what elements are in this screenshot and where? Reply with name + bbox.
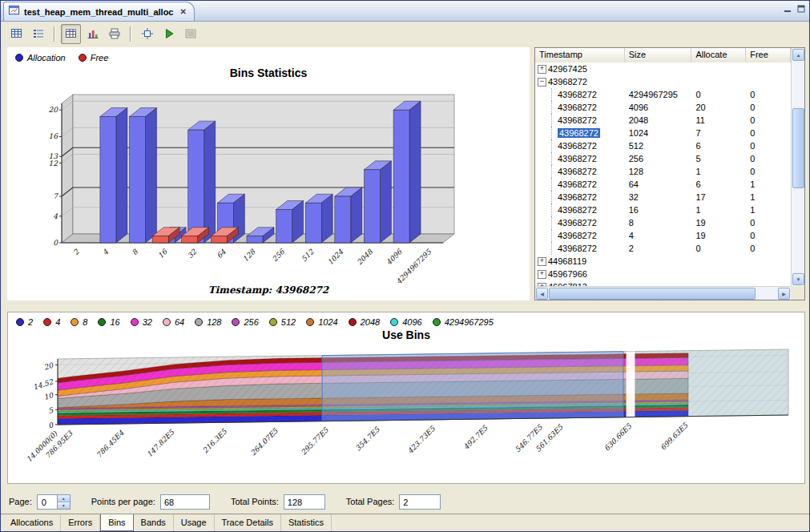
table-row[interactable]: 439682722048110 [535, 114, 791, 127]
column-header-timestamp[interactable]: Timestamp [535, 48, 625, 62]
timestamp-cell: +45967966 [535, 268, 625, 280]
snapshot-icon[interactable] [180, 24, 200, 44]
svg-text:1024: 1024 [326, 248, 345, 266]
tab-errors[interactable]: Errors [61, 514, 100, 531]
free-cell [746, 62, 791, 75]
expand-toggle-icon[interactable]: + [538, 270, 546, 279]
grid-view-icon[interactable] [6, 24, 26, 44]
bottom-tab-strip: AllocationsErrorsBinsBandsUsageTrace Det… [1, 514, 809, 531]
table-view-icon[interactable] [61, 24, 81, 44]
table-row[interactable]: 439682724190 [535, 229, 791, 242]
legend-label: Free [91, 53, 109, 62]
timestamp-value: 43968272 [548, 77, 587, 87]
tab-allocations[interactable]: Allocations [3, 514, 61, 531]
legend-item: 512 [269, 317, 296, 327]
column-header-free[interactable]: Free [746, 48, 791, 62]
vertical-scroll-thumb[interactable] [792, 108, 804, 188]
legend-color-dot [163, 318, 171, 326]
legend-color-dot [16, 318, 24, 326]
table-row[interactable]: 4396827225650 [535, 152, 791, 165]
allocate-cell: 19 [691, 216, 746, 229]
tab-trace-details[interactable]: Trace Details [215, 514, 281, 531]
editor-tab[interactable]: test_heap_mem_thread_multi_alloc ✕ [3, 2, 195, 21]
legend-color-dot [349, 318, 357, 326]
table-row[interactable]: 439682728190 [535, 216, 791, 229]
table-row[interactable]: 439682726461 [535, 178, 791, 191]
table-row[interactable]: 439682724096200 [535, 101, 791, 114]
use-bins-chart[interactable]: 051014.522014.0000(0)786.95E3786.45E4147… [8, 345, 806, 482]
svg-text:699.63E5: 699.63E5 [659, 421, 690, 452]
fit-window-icon[interactable] [137, 24, 157, 44]
timestamp-cell: 43968272 [535, 178, 625, 191]
vertical-scrollbar[interactable]: ▲ ▼ [791, 48, 804, 286]
table-row[interactable]: 4396827232171 [535, 191, 791, 204]
page-spinner-value[interactable]: 0 [38, 495, 57, 509]
bar-chart-view-icon[interactable] [83, 24, 103, 44]
legend-label: 64 [175, 317, 184, 327]
table-row[interactable]: 43968272200 [535, 242, 791, 255]
table-row[interactable]: 4396827251260 [535, 139, 791, 152]
bins-statistics-chart[interactable]: 0471213162024816326412825651210242048409… [7, 84, 530, 283]
timestamp-value: 45967966 [548, 269, 587, 279]
legend-color-dot [43, 318, 51, 326]
tab-bins[interactable]: Bins [100, 514, 133, 531]
tab-bands[interactable]: Bands [134, 514, 174, 531]
table-row[interactable]: +42967425 [535, 62, 791, 75]
table-row[interactable]: 43968272102470 [535, 127, 791, 139]
maximize-icon[interactable] [797, 5, 805, 13]
size-cell: 4 [625, 229, 692, 242]
horizontal-scroll-thumb[interactable] [549, 288, 756, 300]
tab-statistics[interactable]: Statistics [281, 514, 332, 531]
table-row[interactable]: 439682721611 [535, 204, 791, 216]
free-cell: 1 [746, 191, 791, 204]
collapse-toggle-icon[interactable]: − [538, 78, 546, 87]
spin-down-icon[interactable]: ▼ [58, 502, 70, 509]
column-header-size[interactable]: Size [625, 48, 692, 62]
svg-text:4096: 4096 [385, 247, 404, 266]
allocate-cell: 6 [691, 139, 746, 152]
allocate-cell: 6 [691, 178, 746, 191]
legend-color-dot [306, 318, 314, 326]
svg-text:32: 32 [186, 247, 199, 260]
legend-label: 16 [110, 317, 119, 327]
table-row[interactable]: +46967813 [535, 280, 791, 286]
table-row[interactable]: −43968272 [535, 75, 791, 88]
svg-text:128: 128 [241, 247, 257, 263]
table-row[interactable]: +45967966 [535, 268, 791, 280]
table-row[interactable]: 4396827212810 [535, 165, 791, 178]
table-row[interactable]: 43968272429496729500 [535, 88, 791, 101]
spin-up-icon[interactable]: ▲ [58, 495, 70, 502]
allocate-cell: 0 [691, 88, 746, 101]
legend-label: 4096 [402, 317, 421, 327]
table-row[interactable]: +44968119 [535, 255, 791, 268]
legend-color-dot [98, 318, 106, 326]
svg-text:16: 16 [49, 132, 59, 140]
close-icon[interactable]: ✕ [179, 7, 186, 16]
print-icon[interactable] [104, 24, 124, 44]
free-cell: 1 [746, 178, 791, 191]
minimize-icon[interactable] [784, 5, 792, 13]
scroll-up-icon[interactable]: ▲ [792, 49, 804, 61]
size-cell [625, 62, 692, 75]
points-per-page-input[interactable]: 68 [160, 494, 210, 510]
allocate-cell: 1 [691, 204, 746, 216]
svg-text:7: 7 [53, 192, 58, 200]
list-view-icon[interactable] [28, 24, 48, 44]
run-icon[interactable] [159, 24, 179, 44]
scroll-left-icon[interactable]: ◀ [536, 288, 548, 300]
total-points-field: 128 [284, 494, 325, 510]
timestamp-value: 43968272 [558, 231, 597, 240]
svg-text:256: 256 [271, 247, 287, 263]
editor-tabbar: test_heap_mem_thread_multi_alloc ✕ [1, 1, 809, 22]
page-spinner[interactable]: 0 ▲ ▼ [37, 494, 71, 510]
total-points-label: Total Points: [231, 497, 279, 506]
column-header-allocate[interactable]: Allocate [691, 48, 746, 62]
timestamp-cell: 43968272 [535, 216, 625, 229]
expand-toggle-icon[interactable]: + [538, 65, 546, 74]
scroll-right-icon[interactable]: ▶ [778, 288, 790, 300]
expand-toggle-icon[interactable]: + [538, 257, 546, 266]
free-cell [746, 255, 791, 268]
scroll-down-icon[interactable]: ▼ [792, 273, 804, 285]
horizontal-scrollbar[interactable]: ◀ ▶ [535, 286, 791, 300]
tab-usage[interactable]: Usage [174, 514, 215, 531]
